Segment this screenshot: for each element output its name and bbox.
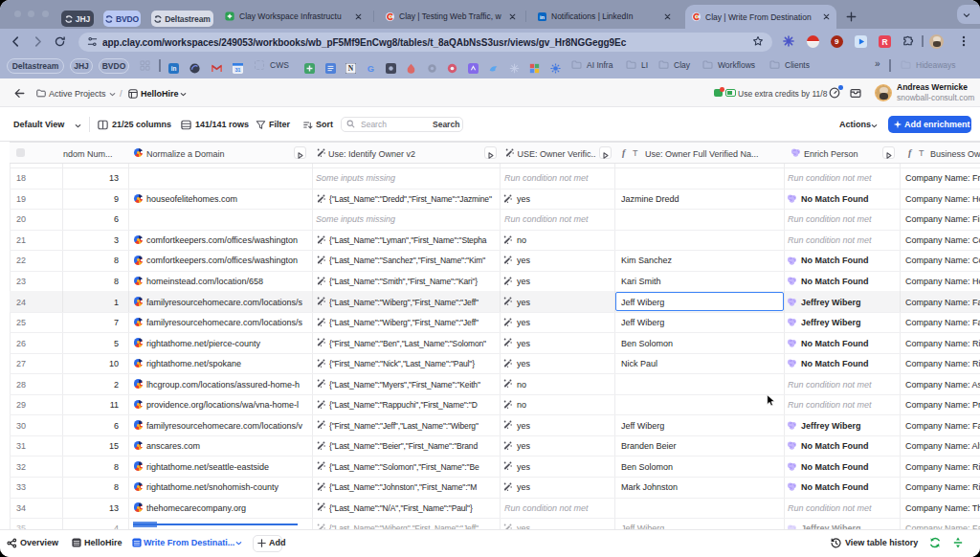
svg-text:N: N	[348, 64, 354, 73]
svg-text:G: G	[368, 63, 374, 73]
svg-text:in: in	[171, 65, 177, 72]
svg-text:31: 31	[235, 66, 241, 72]
svg-text:in: in	[540, 13, 546, 19]
